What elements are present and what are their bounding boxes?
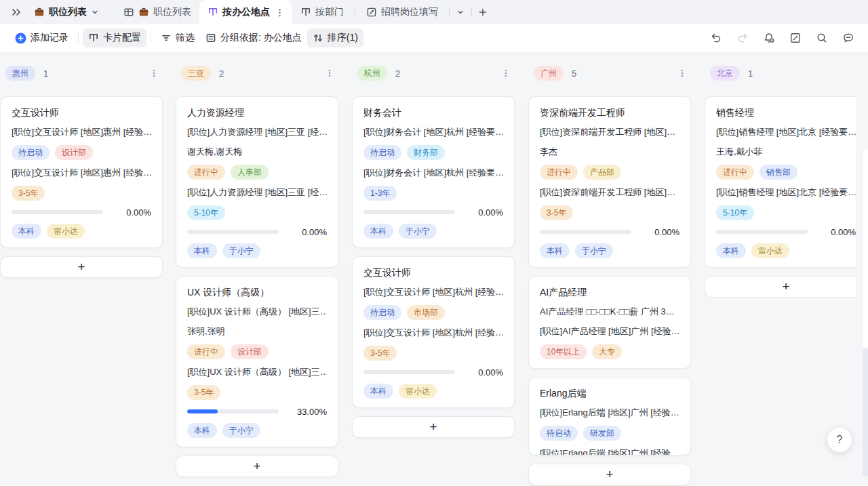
card-tag-row: 1-3年 [363, 186, 503, 201]
card-tag: 本科 [363, 384, 393, 399]
undo-icon[interactable] [707, 29, 725, 47]
card-tag: 本科 [187, 423, 217, 438]
sort-icon [313, 33, 323, 43]
more-views-chevron-icon[interactable] [452, 4, 469, 20]
card-tag-row: 待启动财务部 [363, 145, 503, 160]
column-menu-icon[interactable] [325, 68, 334, 78]
job-card[interactable]: Erlang后端[职位]Erlang后端 [地区]广州 [经验…待启动研发部[职… [528, 377, 691, 455]
tab-job-list[interactable]: 职位列表 [115, 0, 199, 24]
tab-by-department[interactable]: 按部门 [292, 0, 352, 24]
card-field-text: [职位]Erlang后端 [地区]广州 [经验… [540, 406, 679, 420]
card-tag: 于小宁 [222, 243, 260, 258]
column-cards: 财务会计[职位]财务会计 [地区]杭州 [经验要…待启动财务部[职位]财务会计 … [352, 96, 515, 408]
add-card-button[interactable]: + [0, 256, 163, 278]
card-tag: 本科 [187, 243, 217, 258]
card-config-button[interactable]: 卡片配置 [83, 28, 146, 47]
card-tag: 雷小达 [47, 224, 85, 239]
job-card[interactable]: 交互设计师[职位]交互设计师 [地区]杭州 [经验…待启动市场部[职位]交互设计… [352, 256, 515, 408]
add-card-button[interactable]: + [352, 416, 515, 438]
card-tag-row: 本科雷小达 [363, 384, 503, 399]
group-by-icon [205, 33, 216, 43]
job-card[interactable]: 交互设计师[职位]交互设计师 [地区]惠州 [经验…待启动设计部[职位]交互设计… [0, 96, 163, 248]
column-menu-icon[interactable] [149, 68, 159, 78]
add-card-button[interactable]: + [705, 276, 856, 298]
column-menu-icon[interactable] [677, 68, 687, 78]
column-group-badge[interactable]: 三亚 [181, 66, 211, 81]
job-card[interactable]: 财务会计[职位]财务会计 [地区]杭州 [经验要…待启动财务部[职位]财务会计 … [352, 96, 515, 248]
card-field-text: [职位]Erlang后端 [地区]广州 [经验… [540, 447, 679, 455]
card-title: 财务会计 [363, 106, 503, 119]
tab-recruitment-form[interactable]: 招聘岗位填写 [358, 0, 446, 24]
sort-label: 排序(1) [328, 32, 358, 44]
add-card-button[interactable]: + [176, 455, 338, 477]
progress-percent: 0.00% [126, 207, 151, 218]
card-field-text: [职位]交互设计师 [地区]惠州 [经验… [12, 166, 151, 180]
redo-icon[interactable] [734, 29, 751, 47]
card-field-text: [职位]交互设计师 [地区]惠州 [经验… [12, 125, 151, 139]
card-title: 销售经理 [716, 106, 856, 119]
edit-record-icon[interactable] [787, 29, 804, 47]
help-button[interactable]: ? [827, 428, 852, 452]
scrollbar-thumb[interactable] [863, 148, 868, 348]
card-title: 资深前端开发工程师 [540, 106, 679, 119]
tab-label: 按部门 [315, 6, 344, 18]
group-by-button[interactable]: 分组依据: 办公地点 [200, 28, 307, 47]
search-icon[interactable] [813, 29, 831, 47]
card-field-text: [职位]销售经理 [地区]北京 [经验要… [716, 186, 856, 199]
card-tag-row: 5-10年 [716, 205, 856, 220]
tab-label: 职位列表 [153, 6, 191, 18]
card-tag: 3-5年 [363, 346, 397, 361]
card-tag: 进行中 [540, 165, 578, 180]
job-card[interactable]: 人力资源经理[职位]人力资源经理 [地区]三亚 [经…谢天梅,谢天梅进行中人事部… [176, 96, 338, 268]
progress-percent: 0.00% [654, 227, 679, 237]
card-tag: 大专 [592, 344, 622, 359]
kanban-board: 惠州1交互设计师[职位]交互设计师 [地区]惠州 [经验…待启动设计部[职位]交… [0, 52, 868, 486]
sort-button[interactable]: 排序(1) [307, 28, 363, 47]
card-tag: 待启动 [12, 145, 50, 160]
card-tag: 雷小达 [399, 384, 437, 399]
card-tag-row: 进行中产品部 [540, 165, 679, 180]
filter-button[interactable]: 筛选 [155, 28, 200, 47]
add-view-icon[interactable] [475, 4, 491, 20]
card-field-text: [职位]交互设计师 [地区]杭州 [经验… [363, 326, 503, 340]
expand-sidebar-icon[interactable] [8, 4, 24, 20]
card-tag: 研发部 [583, 426, 621, 441]
job-card[interactable]: 资深前端开发工程师[职位]资深前端开发工程师 [地区]…李杰进行中产品部[职位]… [528, 96, 691, 268]
tab-label: 招聘岗位填写 [381, 6, 438, 18]
card-field-text: [职位]财务会计 [地区]杭州 [经验要… [363, 125, 503, 139]
column-header: 北京1 [705, 65, 856, 81]
column-count: 5 [572, 68, 576, 79]
tab-more-icon[interactable]: ⋮ [275, 8, 284, 17]
plus-circle-icon [15, 33, 26, 44]
card-tag: 本科 [540, 243, 570, 258]
add-record-button[interactable]: 添加记录 [9, 28, 74, 47]
job-card[interactable]: AI产品经理AI产品经理 □□-□□K·□□薪 广州 3…[职位]AI产品经理 … [528, 276, 691, 369]
card-tag: 设计部 [55, 145, 93, 160]
column-group-badge[interactable]: 杭州 [357, 66, 387, 81]
base-switcher[interactable]: 职位列表 [30, 4, 103, 20]
tab-by-office-location[interactable]: 按办公地点 ⋮ [199, 0, 292, 24]
column-cards: 销售经理[职位]销售经理 [地区]北京 [经验要…王海,戴小菲进行中销售部[职位… [705, 96, 856, 268]
card-field-text: 谢天梅,谢天梅 [187, 145, 327, 159]
add-card-button[interactable]: + [528, 464, 691, 485]
divider [471, 7, 472, 17]
column-group-badge[interactable]: 北京 [710, 66, 740, 81]
column-group-badge[interactable]: 广州 [534, 66, 564, 81]
scrollbar-track[interactable] [863, 348, 868, 477]
card-title: 交互设计师 [12, 106, 151, 119]
card-tag: 进行中 [187, 165, 225, 180]
column-group-badge[interactable]: 惠州 [5, 66, 35, 81]
reminder-bell-icon[interactable] [760, 29, 778, 47]
card-tag-row: 10年以上大专 [540, 344, 679, 359]
card-config-label: 卡片配置 [103, 32, 141, 44]
card-field-text: 王海,戴小菲 [716, 145, 856, 159]
card-field-text: [职位]UX 设计师（高级） [地区]三… [187, 365, 327, 379]
job-card[interactable]: 销售经理[职位]销售经理 [地区]北京 [经验要…王海,戴小菲进行中销售部[职位… [705, 96, 856, 268]
progress-track [716, 230, 808, 234]
column-menu-icon[interactable] [501, 68, 511, 78]
comment-icon[interactable] [840, 29, 857, 47]
card-field-text: [职位]资深前端开发工程师 [地区]… [540, 186, 679, 199]
card-tag-row: 进行中销售部 [716, 165, 856, 180]
job-card[interactable]: UX 设计师（高级）[职位]UX 设计师（高级） [地区]三…张明,张明进行中设… [176, 276, 338, 447]
card-progress: 0.00% [12, 207, 151, 218]
